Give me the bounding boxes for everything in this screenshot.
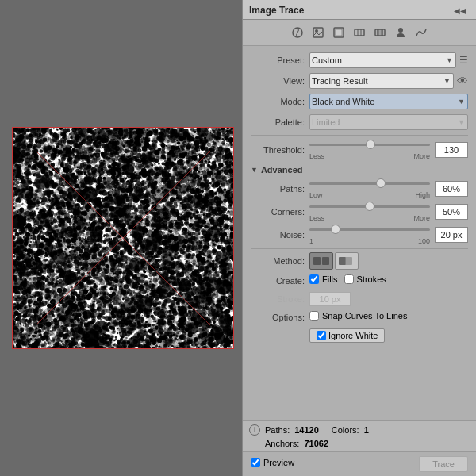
anchors-stat-label: Anchors: [265,439,299,448]
fills-checkbox[interactable] [309,274,319,284]
corners-row: Corners: Less More [251,201,468,222]
line-art-icon[interactable] [413,24,430,41]
divider-1 [251,135,468,136]
svg-rect-1 [313,28,323,37]
panel-title: Image Trace [249,5,304,16]
divider-2 [251,248,468,249]
strokes-label: Strokes [357,274,386,284]
image-container [12,127,234,349]
high-fidelity-icon[interactable] [309,24,327,41]
paths-row: Paths: Low High [251,178,468,199]
preset-row: Preset: Custom ▼ ☰ [251,52,468,68]
view-label: View: [251,76,305,86]
options-label: Options: [251,313,305,322]
threshold-slider[interactable] [309,139,430,150]
preset-menu-icon[interactable]: ☰ [459,55,468,66]
threshold-labels: Less More [309,152,430,160]
corners-value-input[interactable] [435,204,468,220]
mode-row: Mode: Black and White ▼ [251,94,468,109]
stats-area: i Paths: 14120 Colors: 1 Anchors: 71062 [243,420,476,451]
strokes-checkbox[interactable] [344,274,354,284]
preset-label: Preset: [251,56,305,65]
method-abutting-button[interactable] [309,252,333,270]
options-row: Options: Snap Curves To Lines [251,311,468,324]
mode-label: Mode: [251,97,305,106]
corners-less-label: Less [309,214,324,222]
corners-label: Corners: [251,207,305,217]
ignore-white-button[interactable]: Ignore White [309,328,385,343]
stats-row-2: Anchors: 71062 [249,439,470,448]
paths-slider[interactable] [309,178,430,189]
threshold-value-input[interactable] [435,142,468,158]
low-fidelity-icon[interactable] [330,24,347,41]
paths-value-input[interactable] [435,181,468,197]
svg-point-13 [398,28,403,33]
advanced-section-header[interactable]: ▼ Advanced [251,165,468,175]
preview-label: Preview [263,458,294,467]
panel-header: Image Trace ◀◀ [243,0,476,20]
mode-select[interactable]: Black and White [309,94,468,109]
advanced-label: Advanced [261,165,303,175]
svg-rect-15 [322,257,329,265]
paths-slider-container: Low High [309,178,430,199]
paths-high-label: High [415,191,430,199]
noise-min-label: 1 [309,237,313,245]
preset-select[interactable]: Custom [309,52,456,68]
noise-label: Noise: [251,230,305,240]
snap-curves-checkbox[interactable] [309,311,319,321]
svg-rect-17 [345,257,352,265]
noise-slider[interactable] [309,224,430,235]
stroke-row: Stroke: [251,292,468,306]
panel-icons: ◀◀ [454,6,470,15]
paths-label: Paths: [251,184,305,194]
view-eye-icon[interactable]: 👁 [457,75,468,87]
stroke-label: Stroke: [251,294,305,304]
colors-stat-value: 1 [364,425,369,435]
corners-more-label: More [413,214,430,222]
6-colors-icon[interactable] [371,24,389,41]
paths-stat-label: Paths: [265,425,290,435]
collapse-icon[interactable]: ◀◀ [454,6,466,15]
noise-value-input[interactable] [435,227,468,243]
threshold-slider-container: Less More [309,139,430,160]
canvas-area [0,0,246,476]
colors-stat-label: Colors: [332,425,359,435]
trace-button[interactable]: Trace [419,456,468,472]
corners-slider[interactable] [309,201,430,212]
panel-body: Preset: Custom ▼ ☰ View: Tracing Result … [243,46,476,420]
threshold-more-label: More [413,152,430,160]
svg-rect-4 [336,29,342,36]
ignore-white-row: Ignore White [309,328,468,343]
palette-select[interactable]: Limited [309,114,468,130]
stroke-value-input [309,292,351,306]
noise-row: Noise: 1 100 [251,224,468,245]
palette-row: Palette: Limited ▼ [251,114,468,130]
preview-checkbox[interactable] [251,458,260,467]
silhouette-icon[interactable] [392,24,409,41]
noise-max-label: 100 [418,237,430,245]
svg-rect-8 [375,29,385,36]
view-select[interactable]: Tracing Result [309,73,454,89]
method-overlapping-button[interactable] [335,252,359,270]
svg-rect-5 [355,29,364,36]
info-icon[interactable]: i [249,424,260,436]
snap-curves-row: Snap Curves To Lines [309,311,407,321]
paths-low-label: Low [309,191,323,199]
3-colors-icon[interactable] [351,24,368,41]
palette-label: Palette: [251,117,305,127]
bottom-bar: Preview Trace [243,451,476,476]
strokes-checkbox-row: Strokes [344,274,386,284]
fills-label: Fills [322,274,338,284]
paths-stat-value: 14120 [294,425,319,435]
auto-color-icon[interactable] [289,24,306,41]
preset-select-wrapper: Custom ▼ [309,52,456,68]
ignore-white-checkbox[interactable] [317,331,326,340]
corners-slider-container: Less More [309,201,430,222]
create-label: Create: [251,276,305,286]
threshold-less-label: Less [309,152,324,160]
mode-select-wrapper: Black and White ▼ [309,94,468,109]
method-row: Method: [251,252,468,270]
ignore-white-label: Ignore White [328,331,378,340]
noise-labels: 1 100 [309,237,430,245]
palette-select-wrapper: Limited ▼ [309,114,468,130]
